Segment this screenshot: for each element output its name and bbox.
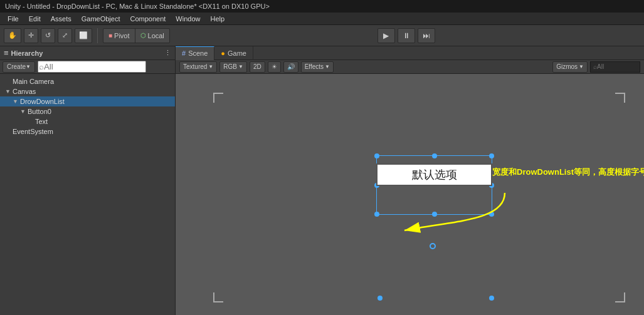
tree-label-eventsystem: EventSystem <box>13 128 53 135</box>
hand-tool-button[interactable]: ✋ <box>4 28 21 43</box>
hierarchy-search-input[interactable] <box>38 61 146 73</box>
corner-top-right <box>615 93 625 103</box>
chevron-down-icon: ▼ <box>26 64 31 70</box>
menu-bar: File Edit Assets GameObject Component Wi… <box>0 13 644 25</box>
2d-button[interactable]: 2D <box>250 61 265 73</box>
tree-item-main-camera[interactable]: Main Camera <box>0 76 175 86</box>
menu-gameobject[interactable]: GameObject <box>77 13 125 25</box>
create-button[interactable]: Create ▼ <box>3 61 35 73</box>
effects-label: Effects <box>305 63 324 70</box>
rect-tool-button[interactable]: ⬜ <box>75 28 92 43</box>
audio-button[interactable]: 🔊 <box>283 61 298 73</box>
sun-button[interactable]: ☀ <box>268 61 281 73</box>
hierarchy-label: Hierarchy <box>11 49 43 57</box>
handle-bottom-left[interactable] <box>374 212 379 217</box>
hierarchy-toolbar: Create ▼ <box>0 60 175 74</box>
tree-label-main-camera: Main Camera <box>13 78 54 85</box>
annotation-text: 宽度和DrowDownList等同，高度根据字号来 <box>492 167 644 178</box>
scene-viewport[interactable]: 默认选项 宽度和DrowDownList等同，高度根据字号来 <box>176 74 644 315</box>
toolbar: ✋ ✛ ↺ ⤢ ⬜ ■ Pivot ⬡ Local ▶ ⏸ ⏭ <box>0 25 644 46</box>
menu-window[interactable]: Window <box>171 13 205 25</box>
main-area: ≡ Hierarchy ⋮ Create ▼ Main Camera ▼ Can… <box>0 46 644 315</box>
game-tab-icon: ● <box>221 49 225 57</box>
tree-arrow-dropdown: ▼ <box>13 98 20 105</box>
scene-controls: Textured ▼ RGB ▼ 2D ☀ 🔊 Effects ▼ Gi <box>176 60 644 74</box>
scene-area: # Scene ● Game Textured ▼ RGB ▼ 2D ☀ <box>176 46 644 315</box>
tree-label-text: Text <box>35 118 48 125</box>
handle-top-right[interactable] <box>489 153 494 158</box>
dropdown-label-box: 默认选项 <box>376 163 492 186</box>
rgb-label: RGB <box>223 63 237 70</box>
chevron-down-icon: ▼ <box>325 64 330 70</box>
hierarchy-title: ≡ Hierarchy <box>4 48 43 58</box>
scale-tool-button[interactable]: ⤢ <box>58 28 72 43</box>
menu-component[interactable]: Component <box>125 13 171 25</box>
title-text: Unity - Untitled - DropDownList - PC, Ma… <box>5 3 270 10</box>
chevron-down-icon: ▼ <box>238 64 243 70</box>
tree-item-eventsystem[interactable]: EventSystem <box>0 127 175 137</box>
corner-bottom-left <box>213 292 223 302</box>
rotate-tool-button[interactable]: ↺ <box>41 28 55 43</box>
tab-scene[interactable]: # Scene <box>176 46 214 60</box>
tree-item-dropdown[interactable]: ▼ DrowDownList <box>0 96 175 106</box>
corner-bottom-right <box>615 292 625 302</box>
tree-label-canvas: Canvas <box>13 88 36 95</box>
handle-top-center[interactable] <box>432 153 437 158</box>
annotation-line1: 宽度和DrowDownList等同，高度根据字号来 <box>492 167 644 177</box>
chevron-down-icon: ▼ <box>579 64 584 70</box>
gizmos-button[interactable]: Gizmos ▼ <box>552 61 588 73</box>
hierarchy-header: ≡ Hierarchy ⋮ <box>0 46 175 60</box>
corner-top-left <box>213 93 223 103</box>
handle-top-left[interactable] <box>374 153 379 158</box>
hierarchy-panel: ≡ Hierarchy ⋮ Create ▼ Main Camera ▼ Can… <box>0 46 176 315</box>
hierarchy-options-icon[interactable]: ⋮ <box>164 49 171 57</box>
play-button[interactable]: ▶ <box>377 28 395 43</box>
tree-item-text[interactable]: Text <box>0 116 175 127</box>
bottom-handle-right[interactable] <box>489 296 494 301</box>
title-bar: Unity - Untitled - DropDownList - PC, Ma… <box>0 0 644 13</box>
effects-button[interactable]: Effects ▼ <box>301 61 334 73</box>
tree-arrow-canvas: ▼ <box>5 88 13 95</box>
tree-label-dropdown: DrowDownList <box>20 98 65 105</box>
tree-item-button0[interactable]: ▼ Button0 <box>0 106 175 116</box>
scene-tabs: # Scene ● Game <box>176 46 644 60</box>
textured-button[interactable]: Textured ▼ <box>179 61 217 73</box>
tree-label-button0: Button0 <box>28 108 51 115</box>
toolbar-separator-1 <box>97 28 98 43</box>
textured-label: Textured <box>183 63 207 70</box>
handle-bottom-center[interactable] <box>432 212 437 217</box>
menu-assets[interactable]: Assets <box>46 13 77 25</box>
local-button[interactable]: ⬡ Local <box>135 29 169 43</box>
audio-icon: 🔊 <box>287 63 295 70</box>
step-button[interactable]: ⏭ <box>418 28 435 43</box>
pause-button[interactable]: ⏸ <box>398 28 415 43</box>
move-tool-button[interactable]: ✛ <box>24 28 38 43</box>
sun-icon: ☀ <box>272 63 277 70</box>
menu-file[interactable]: File <box>3 13 24 25</box>
handle-bottom-right[interactable] <box>489 212 494 217</box>
game-tab-label: Game <box>228 49 246 57</box>
scene-search-input[interactable] <box>590 61 640 73</box>
gizmos-label: Gizmos <box>556 63 578 70</box>
pivot-local-group: ■ Pivot ⬡ Local <box>103 28 170 43</box>
tree-item-canvas[interactable]: ▼ Canvas <box>0 86 175 96</box>
scene-tab-icon: # <box>182 49 186 57</box>
tab-game[interactable]: ● Game <box>214 46 253 60</box>
chevron-down-icon: ▼ <box>208 64 213 70</box>
bottom-handle-left[interactable] <box>377 296 383 301</box>
pivot-button[interactable]: ■ Pivot <box>103 29 135 43</box>
menu-help[interactable]: Help <box>205 13 230 25</box>
menu-edit[interactable]: Edit <box>24 13 46 25</box>
2d-label: 2D <box>253 63 261 70</box>
pivot-dot <box>430 243 436 249</box>
hierarchy-tree: Main Camera ▼ Canvas ▼ DrowDownList ▼ Bu… <box>0 74 175 315</box>
dropdown-label-text: 默认选项 <box>412 167 457 182</box>
tree-arrow-button0: ▼ <box>20 108 28 115</box>
rgb-button[interactable]: RGB ▼ <box>219 61 247 73</box>
scene-tab-label: Scene <box>188 49 208 57</box>
